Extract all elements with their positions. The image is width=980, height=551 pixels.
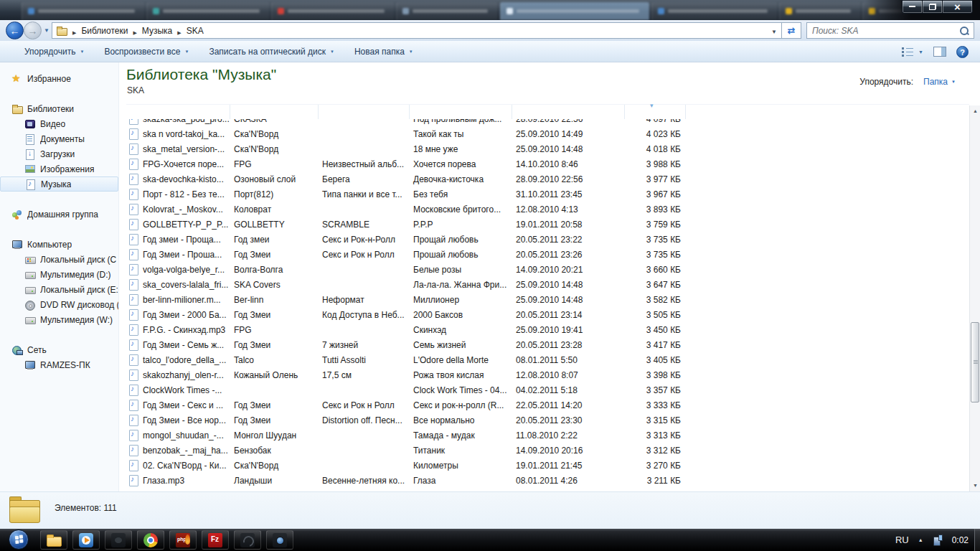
sidebar-item[interactable]: Видео: [0, 116, 118, 131]
breadcrumb-item[interactable]: SKA: [172, 23, 203, 38]
background-browser-tab[interactable]: [396, 2, 498, 20]
file-row[interactable]: Год Змеи - Семь ж... Год Змеи 7 жизней С…: [126, 337, 969, 352]
file-row[interactable]: Kolovrat_-_Moskov... Коловрат Московские…: [126, 202, 969, 217]
file-row[interactable]: 02. Ска'N'Ворд - Ки... Ска'N'Ворд Киломе…: [126, 458, 969, 473]
file-row[interactable]: ber-linn-milioner.m... Ber-linn Неформат…: [126, 292, 969, 307]
address-bar[interactable]: Библиотеки Музыка SKA ▼: [52, 22, 782, 39]
background-browser-tab[interactable]: [651, 2, 778, 20]
file-date: 25.09.2010 14:48: [512, 280, 625, 290]
sidebar-item[interactable]: Домашняя группа: [0, 207, 118, 222]
file-row[interactable]: ska-devochka-kisto... Озоновый слой Бере…: [126, 171, 969, 187]
taskbar-app-button[interactable]: [137, 530, 164, 550]
restore-button[interactable]: [923, 0, 942, 14]
show-hidden-icons[interactable]: ▲: [918, 537, 923, 542]
file-row[interactable]: Глаза.mp3 Ландыши Весенне-летняя ко... Г…: [126, 473, 969, 488]
forward-button[interactable]: →: [24, 22, 42, 39]
file-row[interactable]: GOLLBETTY-P_P_P... GOLLBETTY SCRAMBLE P.…: [126, 217, 969, 232]
vertical-scrollbar[interactable]: ▲ ▼: [969, 105, 980, 491]
file-row[interactable]: skazka-ska_pod_pro... СКАЗКА Под проливн…: [126, 119, 969, 126]
toolbar-button[interactable]: Воспроизвести все: [94, 44, 199, 60]
file-row[interactable]: volga-volga-belye_r... Волга-Волга Белые…: [126, 262, 969, 277]
close-button[interactable]: ×: [942, 0, 973, 14]
help-icon[interactable]: ?: [956, 46, 969, 58]
arrange-value[interactable]: Папка: [923, 77, 956, 87]
language-indicator[interactable]: RU: [895, 534, 909, 545]
sidebar-item[interactable]: Музыка: [0, 176, 118, 192]
sidebar-item[interactable]: Изображения: [0, 161, 118, 176]
change-view-icon[interactable]: [901, 47, 914, 57]
show-desktop-button[interactable]: [974, 529, 980, 551]
minimize-button[interactable]: [902, 0, 923, 14]
sidebar-item[interactable]: Загрузки: [0, 146, 118, 161]
column-header[interactable]: [625, 105, 686, 119]
search-input[interactable]: [807, 26, 959, 36]
background-browser-tab[interactable]: [271, 2, 395, 20]
preview-pane-icon[interactable]: [933, 47, 946, 57]
background-browser-tab[interactable]: [500, 2, 649, 20]
sidebar-item[interactable]: Избранное: [0, 71, 118, 86]
address-dropdown-icon[interactable]: ▼: [771, 29, 777, 35]
column-header[interactable]: [512, 105, 625, 119]
taskbar-app-button[interactable]: [266, 530, 293, 550]
toolbar-button[interactable]: Записать на оптический диск: [199, 44, 344, 60]
sidebar-item[interactable]: Документы: [0, 131, 118, 146]
breadcrumb-item[interactable]: Библиотеки: [67, 23, 128, 38]
file-row[interactable]: skakozhanyj_olen-r... Кожаный Олень 17,5…: [126, 367, 969, 382]
file-row[interactable]: mongol_shuudan_-... Монгол Шуудан Тамада…: [126, 428, 969, 443]
file-date: 19.01.2011 21:45: [512, 461, 625, 471]
sidebar-item[interactable]: Мультимедия (D:): [0, 267, 118, 282]
file-row[interactable]: talco_l'odore_della_... Talco Tutti Asso…: [126, 352, 969, 367]
file-row[interactable]: ska_covers-lalala_fri... SKA Covers Ла-л…: [126, 277, 969, 292]
back-button[interactable]: ←: [6, 22, 24, 39]
sidebar-item[interactable]: Локальный диск (C: [0, 252, 118, 267]
taskbar-app-button[interactable]: [202, 530, 229, 550]
file-name: Год Змеи - Проша...: [143, 250, 222, 260]
network-tray-icon[interactable]: [933, 534, 943, 545]
column-header[interactable]: [319, 105, 410, 119]
breadcrumb-item[interactable]: Музыка: [128, 23, 172, 38]
sidebar-item[interactable]: RAMZES-ПК: [0, 357, 118, 372]
taskbar-app-button[interactable]: [234, 530, 261, 550]
file-row[interactable]: Год Змеи - 2000 Ба... Год Змеи Код Досту…: [126, 307, 969, 322]
file-row[interactable]: Год Змеи - Все нор... Год Змеи Distortio…: [126, 413, 969, 428]
scrollbar-thumb[interactable]: [971, 322, 979, 402]
sidebar-item[interactable]: Локальный диск (E:: [0, 282, 118, 297]
tab-favicon: [658, 8, 664, 14]
taskbar-app-button[interactable]: [72, 530, 100, 550]
start-button[interactable]: [9, 529, 29, 550]
file-row[interactable]: ska n vord-takoj_ka... Ска'N'Ворд Такой …: [126, 126, 969, 141]
php-app-icon: [176, 533, 190, 547]
sidebar-item[interactable]: Библиотеки: [0, 101, 118, 116]
file-row[interactable]: ClockWork Times -... Clock Work Times - …: [126, 382, 969, 397]
sidebar-item[interactable]: Мультимедия (W:): [0, 312, 118, 327]
scroll-down-icon[interactable]: ▼: [970, 480, 980, 491]
scroll-up-icon[interactable]: ▲: [970, 105, 980, 117]
column-header[interactable]: [126, 105, 230, 119]
file-row[interactable]: ska_metal_version-... Ска'N'Ворд 18 мне …: [126, 141, 969, 156]
history-dropdown-icon[interactable]: ▼: [44, 27, 50, 34]
file-size: 4 097 КБ: [625, 119, 686, 124]
file-row[interactable]: Год змеи - Проща... Год змеи Секс и Рок-…: [126, 232, 969, 247]
file-row[interactable]: F.P.G. - Скинхэд.mp3 FPG Скинхэд 25.09.2…: [126, 322, 969, 337]
sidebar-item[interactable]: DVD RW дисковод (: [0, 297, 118, 312]
taskbar-app-button[interactable]: [40, 530, 67, 550]
background-browser-tab[interactable]: [779, 2, 861, 20]
file-row[interactable]: benzobak_-_maj_ha... Бензобак Титаник 14…: [126, 443, 969, 458]
sidebar-item[interactable]: Сеть: [0, 342, 118, 357]
column-header[interactable]: [410, 105, 512, 119]
background-browser-tab[interactable]: [146, 2, 270, 20]
view-dropdown-icon[interactable]: ▼: [918, 50, 923, 55]
taskbar-app-button[interactable]: [169, 530, 197, 550]
file-row[interactable]: Год Змеи - Секс и ... Год Змеи Секс и Ро…: [126, 397, 969, 413]
clock[interactable]: 0:02: [952, 535, 969, 545]
toolbar-button[interactable]: Упорядочить: [14, 44, 94, 60]
file-row[interactable]: Порт - 812 - Без те... Порт(812) Типа па…: [126, 187, 969, 202]
toolbar-button[interactable]: Новая папка: [344, 44, 423, 60]
taskbar-app-button[interactable]: [105, 530, 132, 550]
file-row[interactable]: FPG-Хочется поре... FPG Неизвестный альб…: [126, 156, 969, 171]
sidebar-item[interactable]: Компьютер: [0, 237, 118, 252]
refresh-button[interactable]: ⇄: [782, 22, 801, 39]
file-row[interactable]: Год Змеи - Проша... Год Змеи Секс и Рок …: [126, 247, 969, 262]
background-browser-tab[interactable]: [22, 2, 145, 20]
column-header[interactable]: [230, 105, 319, 119]
